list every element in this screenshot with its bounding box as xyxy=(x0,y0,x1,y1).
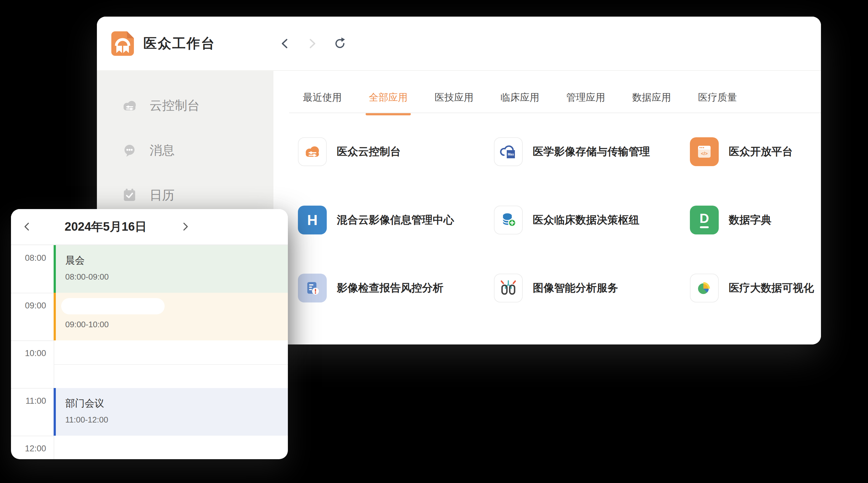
database-plus-icon xyxy=(494,205,523,234)
app-open-platform[interactable]: </> 医众开放平台 xyxy=(690,137,793,166)
app-big-data-visualization[interactable]: 医疗大数据可视化 xyxy=(690,273,814,302)
app-clinical-data-hub[interactable]: 医众临床数据决策枢纽 xyxy=(494,205,640,234)
app-label: 医学影像存储与传输管理 xyxy=(533,144,650,159)
chevron-left-icon xyxy=(22,221,33,232)
app-hybrid-cloud-imaging[interactable]: H 混合云影像信息管理中心 xyxy=(298,205,454,234)
app-label: 医众临床数据决策枢纽 xyxy=(533,213,640,227)
tab-bar-divider xyxy=(289,112,821,113)
event-title: 晨会 xyxy=(65,254,288,267)
code-glyph: </> xyxy=(701,151,708,156)
tab-all-apps[interactable]: 全部应用 xyxy=(369,91,408,114)
app-cloud-console[interactable]: 医众云控制台 xyxy=(298,137,401,166)
tab-bar: 最近使用 全部应用 医技应用 临床应用 管理应用 数据应用 医疗质量 xyxy=(303,91,737,114)
redacted-title-pill xyxy=(61,298,165,314)
sidebar-item-label: 云控制台 xyxy=(150,97,200,114)
time-label: 11:00 xyxy=(11,396,46,406)
hour-line xyxy=(11,388,54,389)
letter-h-icon: H xyxy=(298,205,327,234)
h-letter: H xyxy=(307,213,317,227)
time-label: 10:00 xyxy=(11,349,46,358)
calendar-check-icon xyxy=(121,187,138,203)
cloud-mas-icon: Mas xyxy=(494,137,523,166)
calendar-day-grid: 08:00 09:00 10:00 11:00 12:00 晨会 08:00-0… xyxy=(11,245,288,459)
chevron-left-icon xyxy=(278,37,292,51)
hour-line xyxy=(11,293,54,293)
event-title: 部门会议 xyxy=(65,397,288,410)
dictionary-underline xyxy=(700,226,709,228)
app-title: 医众工作台 xyxy=(143,34,215,53)
time-label: 08:00 xyxy=(11,253,46,263)
calendar-date: 2024年5月16日 xyxy=(46,209,165,245)
sidebar-item-cloud-console[interactable]: 云控制台 xyxy=(97,83,274,128)
chevron-right-icon xyxy=(305,37,319,51)
sidebar-item-label: 消息 xyxy=(150,142,175,159)
mas-badge: Mas xyxy=(508,153,514,156)
hour-line xyxy=(11,341,54,341)
event-morning-meeting[interactable]: 晨会 08:00-09:00 xyxy=(54,245,288,293)
forward-button[interactable] xyxy=(303,35,320,52)
refresh-icon xyxy=(333,36,347,51)
code-window-icon: </> xyxy=(690,137,719,166)
back-button[interactable] xyxy=(277,35,294,52)
app-label: 医众云控制台 xyxy=(337,144,401,159)
app-label: 影像检查报告风控分析 xyxy=(337,281,443,295)
calendar-prev-button[interactable] xyxy=(20,219,35,234)
hour-line xyxy=(11,436,54,436)
event-private[interactable]: 09:00-10:00 xyxy=(54,293,288,341)
event-department-meeting[interactable]: 部门会议 11:00-12:00 xyxy=(54,388,288,436)
time-label: 12:00 xyxy=(11,444,46,454)
app-label: 医疗大数据可视化 xyxy=(729,281,814,295)
refresh-button[interactable] xyxy=(332,35,348,52)
calendar-next-button[interactable] xyxy=(178,219,192,234)
app-label: 医众开放平台 xyxy=(729,144,793,159)
window-header: 医众工作台 xyxy=(97,17,821,71)
app-label: 图像智能分析服务 xyxy=(533,281,618,295)
dictionary-icon: D xyxy=(690,205,719,234)
app-image-ai-analysis[interactable]: 图像智能分析服务 xyxy=(494,273,618,302)
tab-clinical-apps[interactable]: 临床应用 xyxy=(500,91,539,114)
tab-recent[interactable]: 最近使用 xyxy=(303,91,342,114)
tab-data-apps[interactable]: 数据应用 xyxy=(632,91,671,114)
event-time: 11:00-12:00 xyxy=(65,415,288,425)
tab-management-apps[interactable]: 管理应用 xyxy=(566,91,605,114)
orange-cloud-sliders-icon xyxy=(298,137,327,166)
lungs-icon xyxy=(494,273,523,302)
cloud-settings-icon xyxy=(121,97,138,114)
sidebar-item-label: 日历 xyxy=(150,187,175,204)
event-time: 09:00-10:00 xyxy=(65,320,109,329)
app-logo-icon xyxy=(111,31,134,56)
app-content: 最近使用 全部应用 医技应用 临床应用 管理应用 数据应用 医疗质量 医众云控制… xyxy=(274,71,821,345)
half-hour-line xyxy=(54,364,288,365)
app-label: 数据字典 xyxy=(729,213,771,227)
d-letter: D xyxy=(700,212,709,225)
tab-medtech-apps[interactable]: 医技应用 xyxy=(435,91,473,114)
event-time: 08:00-09:00 xyxy=(65,272,288,282)
app-data-dictionary[interactable]: D 数据字典 xyxy=(690,205,771,234)
tab-quality[interactable]: 医疗质量 xyxy=(698,91,737,114)
time-label: 09:00 xyxy=(11,301,46,311)
message-bubble-icon xyxy=(121,142,138,159)
app-report-risk-analysis[interactable]: 影像检查报告风控分析 xyxy=(298,273,443,302)
app-label: 混合云影像信息管理中心 xyxy=(337,213,454,227)
calendar-panel: 2024年5月16日 08:00 09:00 10:00 11:00 12:00… xyxy=(11,209,288,459)
chevron-right-icon xyxy=(179,221,191,232)
report-alert-icon xyxy=(298,273,327,302)
sidebar-item-messages[interactable]: 消息 xyxy=(97,128,274,173)
app-medical-image-storage[interactable]: Mas 医学影像存储与传输管理 xyxy=(494,137,650,166)
pie-chart-icon xyxy=(690,273,719,302)
calendar-header: 2024年5月16日 xyxy=(11,209,288,245)
